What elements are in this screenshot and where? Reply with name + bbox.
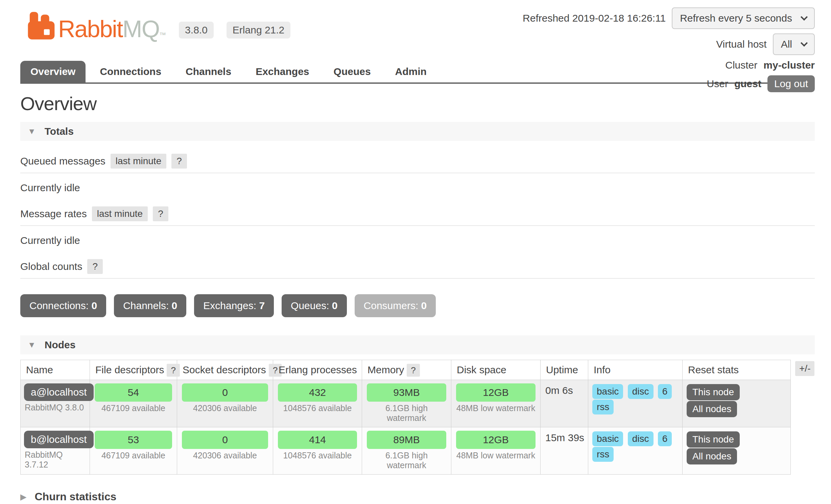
virtual-host-dropdown[interactable]: All <box>773 33 815 55</box>
tab-channels[interactable]: Channels <box>175 61 241 82</box>
connections-count-label: Connections: <box>29 300 89 311</box>
reset-this-node-button[interactable]: This node <box>687 384 740 400</box>
info-badge-rss: rss <box>592 447 614 462</box>
message-rates-help-icon[interactable]: ? <box>153 206 168 221</box>
disk-space-value: 12GB <box>456 431 536 449</box>
column-toggle-button[interactable]: +/- <box>795 361 814 376</box>
queues-count-value: 0 <box>332 300 338 311</box>
file-descriptors-help-icon[interactable]: ? <box>167 364 180 377</box>
erlang-processes-available: 1048576 available <box>276 402 359 415</box>
global-counts-label: Global counts <box>20 261 82 272</box>
queued-messages-filter-badge[interactable]: last minute <box>111 154 166 169</box>
chevron-down-icon <box>801 39 808 46</box>
erlang-processes-cell: 414 1048576 available <box>273 427 362 475</box>
col-file-descriptors: File descriptors? <box>90 360 177 380</box>
disk-space-watermark: 48MB low watermark <box>454 402 538 415</box>
socket-descriptors-available: 420306 available <box>180 449 270 462</box>
info-badge-cores: 6 <box>658 431 672 446</box>
tab-queues[interactable]: Queues <box>324 61 381 82</box>
tab-connections[interactable]: Connections <box>90 61 171 82</box>
logout-button[interactable]: Log out <box>767 75 815 92</box>
rabbitmq-version-badge: 3.8.0 <box>179 22 214 39</box>
node-name-badge[interactable]: a@localhost <box>24 383 94 401</box>
memory-watermark: 6.1GB high watermark <box>365 402 448 425</box>
node-name-badge[interactable]: b@localhost <box>24 431 94 448</box>
global-counts-help-icon[interactable]: ? <box>87 259 103 274</box>
info-badge-basic: basic <box>592 431 623 446</box>
info-badge-disc: disc <box>628 431 654 446</box>
col-erlang-processes: Erlang processes <box>273 360 362 380</box>
memory-cell: 93MB 6.1GB high watermark <box>362 380 451 427</box>
reset-stats-cell: This node All nodes <box>683 427 791 475</box>
nodes-section-header[interactable]: ▼ Nodes <box>20 335 815 354</box>
virtual-host-label: Virtual host <box>716 39 767 50</box>
exchanges-count-value: 7 <box>259 300 265 311</box>
socket-descriptors-cell: 0 420306 available <box>177 380 273 427</box>
message-rates-status: Currently idle <box>20 235 815 246</box>
message-rates-heading: Message rates last minute ? <box>20 205 815 226</box>
tab-overview[interactable]: Overview <box>20 61 86 82</box>
memory-help-icon[interactable]: ? <box>407 364 420 377</box>
chevron-down-icon <box>801 13 808 20</box>
tab-admin[interactable]: Admin <box>385 61 437 82</box>
totals-section-header[interactable]: ▼ Totals <box>20 122 815 141</box>
user-name: guest <box>734 78 761 90</box>
queues-count-button[interactable]: Queues: 0 <box>282 294 347 317</box>
channels-count-value: 0 <box>172 300 177 311</box>
socket-descriptors-value: 0 <box>182 431 268 449</box>
info-cell: basic disc 6 rss <box>588 380 683 427</box>
uptime-cell: 15m 39s <box>541 427 588 475</box>
memory-watermark: 6.1GB high watermark <box>365 449 448 472</box>
churn-statistics-label: Churn statistics <box>34 490 116 503</box>
node-version: RabbitMQ 3.7.12 <box>23 449 87 471</box>
channels-count-button[interactable]: Channels: 0 <box>114 294 186 317</box>
queued-messages-heading: Queued messages last minute ? <box>20 152 815 173</box>
file-descriptors-value: 54 <box>95 383 172 402</box>
reset-this-node-button[interactable]: This node <box>687 431 740 448</box>
triangle-right-icon: ▶ <box>20 492 26 502</box>
socket-descriptors-cell: 0 420306 available <box>177 427 273 475</box>
tab-exchanges[interactable]: Exchanges <box>245 61 319 82</box>
user-label: User <box>707 78 728 90</box>
connections-count-button[interactable]: Connections: 0 <box>20 294 106 317</box>
col-reset-stats: Reset stats <box>683 360 791 380</box>
trademark-symbol: ™ <box>159 31 165 39</box>
file-descriptors-available: 467109 available <box>93 449 174 462</box>
info-badge-cores: 6 <box>658 384 672 399</box>
col-uptime: Uptime <box>541 360 588 380</box>
col-disk-space: Disk space <box>451 360 541 380</box>
global-counts-buttons: Connections: 0 Channels: 0 Exchanges: 7 … <box>20 294 815 317</box>
disk-space-cell: 12GB 48MB low watermark <box>451 380 541 427</box>
rabbit-icon <box>26 11 56 40</box>
memory-value: 89MB <box>367 431 446 449</box>
reset-stats-cell: This node All nodes <box>683 380 791 427</box>
uptime-cell: 0m 6s <box>541 380 588 427</box>
refresh-interval-dropdown[interactable]: Refresh every 5 seconds <box>672 7 815 29</box>
nodes-header-row: Name File descriptors? Socket descriptor… <box>21 360 791 380</box>
socket-descriptors-value: 0 <box>182 383 268 402</box>
queued-messages-help-icon[interactable]: ? <box>171 154 187 169</box>
col-socket-descriptors: Socket descriptors? <box>177 360 273 380</box>
message-rates-filter-badge[interactable]: last minute <box>92 206 148 221</box>
disk-space-cell: 12GB 48MB low watermark <box>451 427 541 475</box>
reset-all-nodes-button[interactable]: All nodes <box>687 401 737 417</box>
disk-space-watermark: 48MB low watermark <box>454 449 538 462</box>
queues-count-label: Queues: <box>291 300 329 311</box>
nodes-table-wrapper: Name File descriptors? Socket descriptor… <box>20 360 815 475</box>
triangle-down-icon: ▼ <box>28 340 36 350</box>
memory-cell: 89MB 6.1GB high watermark <box>362 427 451 475</box>
churn-statistics-section[interactable]: ▶ Churn statistics <box>20 490 815 503</box>
socket-descriptors-available: 420306 available <box>180 402 270 415</box>
refreshed-timestamp: Refreshed 2019-02-18 16:26:11 <box>523 12 666 24</box>
reset-all-nodes-button[interactable]: All nodes <box>687 448 737 464</box>
exchanges-count-button[interactable]: Exchanges: 7 <box>194 294 274 317</box>
erlang-processes-available: 1048576 available <box>276 449 359 462</box>
wordmark-rabbit: Rabbit <box>58 16 122 42</box>
queued-messages-label: Queued messages <box>20 155 105 167</box>
queued-messages-status: Currently idle <box>20 182 815 194</box>
info-badge-basic: basic <box>592 384 623 399</box>
consumers-count-button: Consumers: 0 <box>355 294 436 317</box>
rabbitmq-logo[interactable]: RabbitMQ™ 3.8.0 Erlang 21.2 <box>26 11 290 40</box>
col-info: Info <box>588 360 683 380</box>
erlang-version-badge: Erlang 21.2 <box>227 22 290 39</box>
